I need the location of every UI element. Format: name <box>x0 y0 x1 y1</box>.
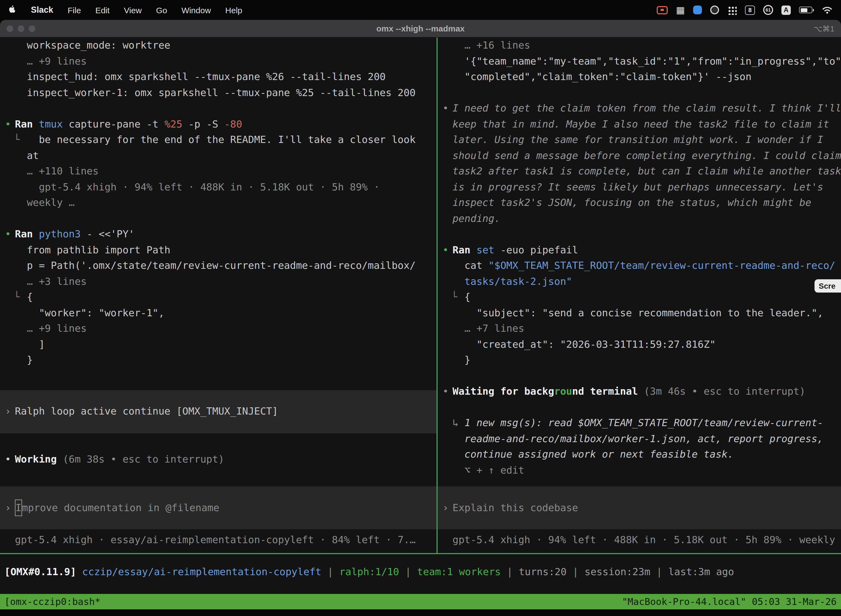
text-segment: "completed","claim_token":"claim-token"}… <box>464 70 751 82</box>
text-segment: … +9 lines <box>27 322 86 334</box>
tmux-pane-right[interactable]: … +16 lines'{"team_name":"my-team","task… <box>438 38 841 553</box>
terminal-line: └{ <box>438 289 841 305</box>
text-segment: } <box>464 354 470 365</box>
terminal-window[interactable]: workspace_mode: worktree… +9 linesinspec… <box>0 38 841 594</box>
terminal-line: •Waiting for background terminal (3m 46s… <box>438 384 841 399</box>
apps-grid-icon[interactable] <box>727 5 737 15</box>
terminal-line: ] <box>0 336 437 352</box>
line-gutter <box>442 321 453 336</box>
text-segment: "worker": "worker-1", <box>39 307 164 318</box>
line-bullet: • <box>442 100 453 116</box>
text-segment: ⌥ + ↑ edit <box>464 464 524 475</box>
menu-window[interactable]: Window <box>182 5 211 15</box>
composer-input-band[interactable]: › I mprove documentation in @filename <box>0 486 437 529</box>
line-gutter <box>442 258 453 273</box>
terminal-line: pending. <box>438 211 841 226</box>
text-segment: … +7 lines <box>464 322 524 334</box>
right-pane-scrollback: … +16 lines'{"team_name":"my-team","task… <box>438 38 841 478</box>
terminal-line: ↳ 1 new msg(s): read $OMX_TEAM_STATE_ROO… <box>438 415 841 431</box>
input-prompt-chevron-icon: › <box>5 500 15 516</box>
blank-line <box>438 226 841 242</box>
keycap-icon[interactable]: 8 <box>745 5 755 15</box>
suggestion-band[interactable]: › Explain this codebase <box>438 486 841 529</box>
location-icon[interactable] <box>693 6 702 14</box>
working-bullet: • <box>5 451 15 467</box>
model-status-line-right: gpt-5.4 xhigh · 94% left · 488K in · 5.1… <box>438 532 841 548</box>
minimize-button[interactable] <box>18 25 24 32</box>
menu-edit[interactable]: Edit <box>95 5 110 15</box>
text-segment: rou <box>554 385 572 397</box>
tmux-pane-bottom[interactable]: [OMX#0.11.9] cczip/essay/ai-reimplementa… <box>0 554 841 594</box>
output-hook-icon: └ <box>14 289 20 305</box>
text-segment: python3 <box>39 228 81 239</box>
line-gutter <box>5 148 15 163</box>
input-source-icon[interactable]: A <box>781 5 791 15</box>
line-gutter <box>5 321 15 336</box>
text-segment: tmux <box>39 118 63 129</box>
line-gutter <box>442 53 453 69</box>
text-segment: "created_at": "2026-03-31T11:59:27.816Z" <box>476 338 716 350</box>
menu-file[interactable]: File <box>67 5 81 15</box>
omx-status-segment: | <box>399 566 417 577</box>
text-segment: … +9 lines <box>27 55 86 66</box>
line-gutter <box>442 195 453 211</box>
terminal-line: should send a message before completing … <box>438 148 841 163</box>
record-icon[interactable] <box>710 6 719 14</box>
terminal-line: readme-and-reco/mailbox/worker-1.json, a… <box>438 431 841 447</box>
menu-help[interactable]: Help <box>225 5 242 15</box>
text-segment: be necessary for the end of the README. … <box>39 133 416 145</box>
text-segment: gpt-5.4 xhigh · 94% left · 488K in · 5.1… <box>39 181 379 192</box>
omx-status-segment: | <box>321 566 339 577</box>
output-hook-icon: └ <box>14 132 20 148</box>
omx-status-segment: cczip/essay/ai-reimplementation-copyleft <box>82 566 321 577</box>
battery-icon[interactable] <box>799 7 812 13</box>
line-gutter <box>5 132 15 148</box>
terminal-line: … +3 lines <box>0 273 437 289</box>
active-app-menu[interactable]: Slack <box>31 5 53 15</box>
apple-menu-icon[interactable] <box>9 6 16 14</box>
input-placeholder: mprove documentation in @filename <box>22 500 219 516</box>
terminal-line: └{ <box>0 289 437 305</box>
zoom-button[interactable] <box>29 25 35 32</box>
text-segment: Ran <box>15 228 39 239</box>
tmux-pane-left[interactable]: workspace_mode: worktree… +9 linesinspec… <box>0 38 437 553</box>
text-segment: Ran <box>15 118 39 129</box>
line-gutter <box>442 415 453 431</box>
terminal-line: … +16 lines <box>438 38 841 53</box>
text-segment: I need to get the claim token from the c… <box>453 102 841 114</box>
close-button[interactable] <box>7 25 13 32</box>
text-segment: later. Using the same for transition mig… <box>453 133 823 145</box>
terminal-line: … +9 lines <box>0 53 437 69</box>
terminal-line: inspect task2's JSON, focusing on the st… <box>438 195 841 211</box>
tmux-session-label: [omx-cczip0:bash* <box>4 596 100 607</box>
text-segment: ↳ <box>453 417 464 428</box>
line-gutter <box>5 273 15 289</box>
grid-icon[interactable]: ▦ <box>676 5 685 15</box>
terminal-line: ⌥ + ↑ edit <box>438 462 841 478</box>
wifi-icon[interactable] <box>822 6 832 14</box>
screen-recording-icon[interactable] <box>657 6 668 14</box>
terminal-line: '{"team_name":"my-team","task_id":"1","f… <box>438 53 841 69</box>
terminal-line: from pathlib import Path <box>0 242 437 258</box>
text-segment: ] <box>39 338 45 350</box>
menu-bar: Slack File Edit View Go Window Help ▦ 8 … <box>0 0 841 20</box>
menu-go[interactable]: Go <box>156 5 167 15</box>
omx-status-segment: [OMX#0.11.9] <box>4 566 76 577</box>
tmux-host-clock: "MacBook-Pro-44.local" 05:03 31-Mar-26 <box>622 596 837 607</box>
terminal-line: } <box>0 352 437 368</box>
gauge-icon[interactable]: 61 <box>763 5 773 15</box>
terminal-line: at <box>0 148 437 163</box>
queued-message-band[interactable]: › Ralph loop active continue [OMX_TMUX_I… <box>0 390 437 433</box>
window-title-bar[interactable]: omx --xhigh --madmax ⌥⌘1 <box>0 20 841 38</box>
menu-view[interactable]: View <box>124 5 142 15</box>
working-status-line: • Working (6m 38s • esc to interrupt) <box>0 451 437 467</box>
text-segment: "subject": "send a concise recommendatio… <box>476 307 823 318</box>
text-segment: p = Path('.omx/state/team/review-current… <box>27 260 416 271</box>
blank-line <box>0 211 437 226</box>
line-gutter <box>442 305 453 321</box>
window-shortcut-hint: ⌥⌘1 <box>813 24 834 33</box>
omx-status-segment: | <box>651 566 668 577</box>
text-segment: %25 <box>164 118 182 129</box>
line-gutter <box>442 273 453 289</box>
text-segment: '{"team_name":"my-team","task_id":"1","f… <box>464 55 841 66</box>
